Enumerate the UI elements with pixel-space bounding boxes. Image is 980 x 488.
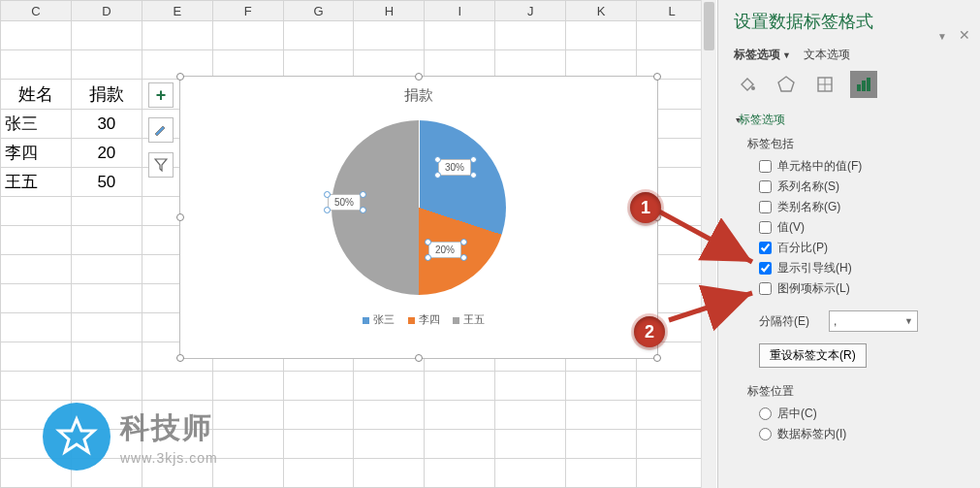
watermark-url: www.3kjs.com [120, 450, 218, 466]
col-header[interactable]: E [142, 1, 212, 21]
format-data-labels-panel: 设置数据标签格式 ▼ ✕ 标签选项▼ 文本选项 标签选项 标签包括 单元格中的值… [717, 0, 980, 488]
selection-dot [360, 191, 366, 198]
data-label-b[interactable]: 20% [428, 242, 461, 258]
selection-dot [360, 207, 366, 213]
cell-name[interactable]: 张三 [1, 110, 72, 139]
chevron-down-icon: ▼ [904, 316, 913, 326]
cell-value-header[interactable]: 捐款 [71, 80, 142, 110]
watermark-title: 科技师 [120, 408, 218, 448]
selection-dot [470, 156, 477, 163]
vertical-scrollbar[interactable] [701, 0, 716, 488]
reset-label-text-button[interactable]: 重设标签文本(R) [759, 343, 867, 368]
resize-handle[interactable] [415, 73, 423, 81]
selection-dot [460, 239, 467, 245]
cell-value[interactable]: 50 [71, 168, 142, 197]
col-header[interactable]: J [495, 1, 566, 21]
label-includes-heading: 标签包括 [747, 136, 968, 152]
tab-label-options[interactable]: 标签选项 [734, 48, 780, 61]
col-header[interactable]: K [566, 1, 637, 21]
radio-position-center[interactable]: 居中(C) [759, 406, 968, 422]
selection-dot [425, 254, 431, 261]
col-header[interactable]: D [71, 1, 142, 21]
selection-dot [434, 172, 441, 179]
svg-rect-3 [862, 81, 866, 91]
paint-bucket-icon [738, 75, 757, 94]
panel-title: 设置数据标签格式 [734, 10, 968, 33]
col-header[interactable]: L [637, 1, 708, 21]
pie-chart[interactable]: 捐款 30% 20% 50% 张三 李四 王五 [179, 76, 658, 359]
chart-filter-button[interactable] [148, 152, 174, 178]
col-header[interactable]: G [283, 1, 354, 21]
checkbox-value[interactable]: 值(V) [759, 219, 968, 236]
selection-dot [460, 254, 467, 261]
callout-marker-1: 1 [630, 192, 661, 223]
legend-swatch [408, 317, 415, 324]
pentagon-icon [776, 75, 796, 94]
checkbox-percentage[interactable]: 百分比(P) [759, 240, 968, 256]
data-label-a[interactable]: 30% [438, 159, 471, 176]
resize-handle[interactable] [415, 354, 423, 362]
selection-dot [324, 191, 331, 198]
panel-close-button[interactable]: ✕ [959, 27, 970, 43]
label-position-heading: 标签位置 [747, 383, 968, 400]
chart-title[interactable]: 捐款 [180, 86, 657, 105]
col-header[interactable]: F [212, 1, 283, 21]
resize-handle[interactable] [176, 213, 184, 221]
cell-name-header[interactable]: 姓名 [1, 80, 72, 110]
panel-options-dropdown[interactable]: ▼ [937, 31, 947, 42]
chart-elements-button[interactable]: + [148, 82, 174, 108]
selection-dot [425, 239, 431, 245]
legend-swatch [363, 317, 369, 324]
cell-value[interactable]: 30 [71, 110, 142, 139]
legend-label: 张三 [373, 313, 395, 325]
resize-handle[interactable] [653, 354, 661, 362]
checkbox-cell-value[interactable]: 单元格中的值(F) [759, 158, 968, 175]
watermark-logo-icon [43, 403, 111, 471]
svg-rect-4 [867, 78, 870, 91]
brush-icon [153, 122, 169, 138]
checkbox-series-name[interactable]: 系列名称(S) [759, 179, 968, 195]
callout-marker-2: 2 [634, 316, 665, 347]
svg-point-0 [751, 86, 755, 90]
legend-swatch [453, 317, 459, 324]
selection-dot [324, 207, 331, 213]
checkbox-leader-lines[interactable]: 显示引导线(H) [759, 260, 968, 277]
data-label-c[interactable]: 50% [328, 194, 361, 211]
cell-name[interactable]: 王五 [1, 168, 72, 197]
resize-handle[interactable] [176, 73, 184, 81]
effects-tab-icon[interactable] [773, 71, 800, 98]
radio-position-inside-end[interactable]: 数据标签内(I) [759, 426, 968, 442]
legend-label: 王五 [463, 313, 485, 325]
col-header[interactable]: H [354, 1, 425, 21]
checkbox-legend-key[interactable]: 图例项标示(L) [759, 280, 968, 297]
size-icon [815, 75, 835, 94]
chevron-down-icon: ▼ [782, 50, 791, 60]
label-options-tab-icon[interactable] [850, 71, 877, 98]
col-header[interactable]: C [1, 1, 72, 21]
separator-select[interactable]: ,▼ [829, 310, 918, 332]
watermark: 科技师 www.3kjs.com [43, 403, 218, 471]
resize-handle[interactable] [176, 354, 184, 362]
size-tab-icon[interactable] [811, 71, 838, 98]
selection-dot [470, 172, 477, 179]
checkbox-category-name[interactable]: 类别名称(G) [759, 199, 968, 215]
cell-value[interactable]: 20 [71, 139, 142, 168]
section-label-options[interactable]: 标签选项 [734, 112, 968, 128]
col-header[interactable]: I [425, 1, 495, 21]
fill-line-tab-icon[interactable] [734, 71, 761, 98]
funnel-icon [154, 158, 168, 172]
cell-name[interactable]: 李四 [1, 139, 72, 168]
resize-handle[interactable] [653, 73, 661, 81]
separator-label: 分隔符(E) [759, 313, 809, 330]
legend-label: 李四 [419, 313, 440, 325]
svg-rect-2 [857, 84, 861, 91]
selection-dot [434, 156, 441, 163]
chart-styles-button[interactable] [148, 117, 174, 143]
tab-text-options[interactable]: 文本选项 [804, 48, 850, 61]
bars-icon [854, 75, 873, 94]
chart-legend[interactable]: 张三 李四 王五 [180, 312, 657, 327]
